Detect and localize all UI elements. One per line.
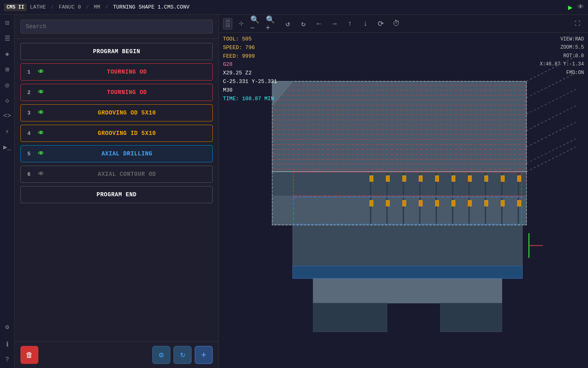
- svg-rect-45: [468, 200, 472, 206]
- svg-rect-48: [517, 200, 521, 206]
- op-num-5: 5: [27, 151, 34, 157]
- tool-cy: C-25.331 Y-25.331: [223, 78, 277, 86]
- svg-rect-46: [485, 200, 488, 206]
- rail-terminal-icon[interactable]: ▶_: [2, 142, 12, 152]
- svg-rect-47: [501, 200, 504, 206]
- rail-settings-icon[interactable]: ⚙: [2, 322, 12, 332]
- search-area: [15, 15, 218, 39]
- svg-rect-7: [313, 303, 387, 332]
- op-num-6: 6: [27, 171, 34, 177]
- svg-rect-1: [272, 81, 527, 172]
- op-eye-6[interactable]: 👁: [38, 171, 44, 177]
- path-mm[interactable]: MM: [94, 4, 100, 10]
- pan-down-btn[interactable]: ↓: [359, 17, 372, 30]
- pan-up-btn[interactable]: ↑: [343, 17, 356, 30]
- op-num-1: 1: [27, 69, 34, 75]
- path-lathe[interactable]: LATHE: [30, 4, 46, 10]
- svg-rect-36: [485, 176, 488, 182]
- bottom-toolbar: 🗑 ⚙ ↻ +: [15, 341, 218, 368]
- pan-right-btn[interactable]: →: [328, 17, 341, 30]
- op-program-end[interactable]: PROGRAM END: [20, 186, 213, 203]
- tool-xz: X29.25 Z2: [223, 69, 277, 78]
- viewport: 10 10 ⊹ 🔍− 🔍+ ↺ ↻ ← → ↑ ↓ ⟳ ⏱ ⛶ TOOL: 50…: [219, 15, 588, 368]
- tool-feed: FEED: 9999: [223, 52, 277, 61]
- svg-rect-34: [452, 176, 455, 182]
- op-program-begin-label: PROGRAM BEGIN: [27, 48, 206, 55]
- op-eye-5[interactable]: 👁: [38, 150, 44, 157]
- svg-rect-41: [403, 200, 406, 206]
- cursor-tool-btn[interactable]: ⊹: [235, 17, 248, 30]
- history-btn[interactable]: ⏱: [390, 17, 403, 30]
- op-axial-contour-od-label: AXIAL CONTOUR OD: [48, 171, 206, 177]
- rail-list-icon[interactable]: ☰: [2, 34, 12, 43]
- svg-rect-3: [272, 196, 527, 225]
- op-turning-od-2[interactable]: 2 👁 TOURNING OD: [20, 84, 213, 101]
- view-zoom: ZOOM:5.5: [540, 43, 584, 52]
- rail-diamond-icon[interactable]: ◇: [2, 96, 12, 105]
- op-turning-od-1[interactable]: 1 👁 TOURNING OD: [20, 63, 213, 81]
- op-grooving-od-label: GROOVING OD 5X10: [48, 110, 206, 116]
- svg-rect-44: [452, 200, 455, 206]
- rail-bug-icon[interactable]: ⚡: [2, 127, 12, 137]
- op-eye-2[interactable]: 👁: [38, 89, 44, 96]
- op-turning-od-2-label: TOURNING OD: [48, 89, 206, 96]
- path-fanuc[interactable]: FANUC 0: [59, 4, 81, 10]
- expand-btn[interactable]: ⛶: [571, 17, 584, 30]
- op-grooving-id[interactable]: 4 👁 GROOVING ID 5X10: [20, 125, 213, 142]
- grid-size-indicator[interactable]: 10 10: [223, 18, 232, 29]
- svg-rect-33: [435, 176, 439, 182]
- op-axial-drilling[interactable]: 5 👁 AXIAL DRILLING: [20, 145, 213, 162]
- rail-code-icon[interactable]: <>: [2, 111, 12, 121]
- svg-rect-40: [386, 200, 390, 206]
- topbar-path: LATHE / FANUC 0 / MM / TURNING SHAPE 1.C…: [30, 4, 189, 10]
- toolbar-right-buttons: ⚙ ↻ +: [152, 346, 213, 364]
- play-icon[interactable]: ▶: [568, 3, 572, 12]
- search-input[interactable]: [20, 20, 213, 34]
- tool-speed: SPEED: 796: [223, 44, 277, 52]
- view-rot: ROT:0.0: [540, 52, 584, 60]
- rail-circle-icon[interactable]: ◎: [2, 80, 12, 90]
- trash-button[interactable]: 🗑: [20, 346, 38, 364]
- path-file[interactable]: TURNING SHAPE 1.CMS.CONV: [113, 4, 189, 10]
- rotate-cw-btn[interactable]: ↻: [297, 17, 310, 30]
- refresh-button[interactable]: ↻: [174, 346, 192, 364]
- tool-g28: G28: [223, 61, 277, 69]
- zoom-out-btn[interactable]: 🔍−: [250, 17, 263, 30]
- svg-rect-35: [468, 176, 472, 182]
- op-turning-od-1-label: TOURNING OD: [48, 69, 206, 75]
- rail-home-icon[interactable]: ⊡: [2, 18, 12, 28]
- zoom-in-btn[interactable]: 🔍+: [266, 17, 279, 30]
- svg-rect-5: [313, 278, 502, 303]
- tool-info-overlay: TOOL: 505 SPEED: 796 FEED: 9999 G28 X29.…: [223, 35, 277, 103]
- op-grooving-od[interactable]: 3 👁 GROOVING OD 5X10: [20, 104, 213, 121]
- rotate-ccw-btn[interactable]: ↺: [281, 17, 294, 30]
- svg-rect-39: [370, 200, 373, 206]
- eye-icon-top[interactable]: 👁: [577, 3, 584, 11]
- rail-help-icon[interactable]: ?: [2, 355, 12, 365]
- pan-left-btn[interactable]: ←: [312, 17, 325, 30]
- view-info-overlay: VIEW:RAD ZOOM:5.5 ROT:0.0 X:46.87 Y:-1.3…: [540, 35, 584, 77]
- viewport-toolbar: 10 10 ⊹ 🔍− 🔍+ ↺ ↻ ← → ↑ ↓ ⟳ ⏱ ⛶: [219, 15, 588, 33]
- op-num-2: 2: [27, 90, 34, 96]
- svg-rect-42: [419, 200, 422, 206]
- op-eye-3[interactable]: 👁: [38, 110, 44, 116]
- op-eye-1[interactable]: 👁: [38, 69, 44, 75]
- tool-m30: M30: [223, 86, 277, 95]
- add-button[interactable]: +: [195, 346, 213, 364]
- rail-grid-icon[interactable]: ⊞: [2, 65, 12, 74]
- rail-shape-icon[interactable]: ◈: [2, 49, 12, 59]
- op-axial-contour-od[interactable]: 6 👁 AXIAL CONTOUR OD: [20, 166, 213, 183]
- svg-rect-38: [517, 176, 521, 182]
- reset-view-btn[interactable]: ⟳: [374, 17, 388, 30]
- rail-info-icon[interactable]: ℹ: [2, 339, 12, 349]
- view-mode: VIEW:RAD: [540, 35, 584, 43]
- op-grooving-id-label: GROOVING ID 5X10: [48, 130, 206, 137]
- topbar: CMS II LATHE / FANUC 0 / MM / TURNING SH…: [0, 0, 588, 15]
- svg-rect-8: [440, 303, 502, 332]
- op-program-begin[interactable]: PROGRAM BEGIN: [20, 43, 213, 60]
- svg-rect-37: [501, 176, 504, 182]
- op-eye-4[interactable]: 👁: [38, 130, 44, 137]
- tool-time: TIME: 108.87 MIN: [223, 95, 277, 103]
- settings-button[interactable]: ⚙: [152, 346, 170, 364]
- svg-rect-31: [403, 176, 406, 182]
